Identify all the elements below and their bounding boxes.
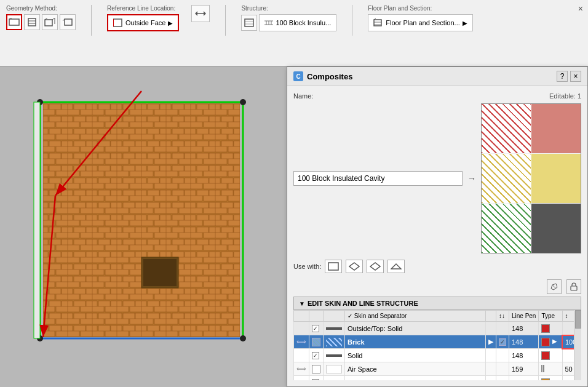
reference-line-label: Reference Line Location:: [107, 5, 179, 12]
svg-rect-17: [245, 19, 253, 26]
geometry-box-icon[interactable]: [42, 14, 58, 30]
name-cell: Solid: [345, 349, 486, 362]
use-with-slab-icon[interactable]: [367, 260, 384, 273]
color-swatch: [541, 351, 550, 360]
pen-cell: 148: [509, 349, 538, 362]
arrow-cell: [485, 376, 496, 381]
brick-pattern: [326, 338, 342, 346]
color-swatch: [541, 338, 550, 346]
col-drag: [294, 311, 309, 322]
reference-line-arrow: ▶: [168, 20, 173, 26]
checked-cell[interactable]: [496, 335, 509, 349]
edit-skin-section-header[interactable]: ▼ EDIT SKIN AND LINE STRUCTURE: [293, 297, 581, 310]
svg-marker-52: [349, 263, 359, 270]
check-cell: [309, 335, 324, 349]
drag-cell: [294, 349, 309, 362]
pen-cell: 154: [509, 376, 538, 381]
col-pattern: [324, 311, 345, 322]
col-name: ✓ Skin and Separator: [345, 311, 486, 322]
structure-label: Structure:: [241, 5, 336, 12]
svg-rect-56: [571, 286, 577, 290]
arrow-cell: [485, 362, 496, 376]
lock-icon[interactable]: [566, 279, 581, 294]
col-type: Type: [539, 311, 562, 322]
swatch-insulation: [482, 154, 531, 203]
section-header-arrow: ▼: [299, 300, 305, 307]
pen-cell: 159: [509, 362, 538, 376]
use-with-label: Use with:: [293, 263, 321, 270]
row-checkbox[interactable]: [499, 338, 506, 346]
name-cell: Air Space: [345, 362, 486, 376]
check-cell[interactable]: [309, 322, 324, 335]
geometry-column-icon[interactable]: [24, 14, 40, 30]
geometry-method-label: Geometry Method:: [6, 5, 76, 12]
editable-label: Editable: 1: [549, 92, 581, 100]
svg-line-55: [552, 285, 556, 289]
floor-plan-label: Floor Plan and Section:: [368, 5, 472, 12]
use-with-wall-icon[interactable]: [325, 260, 342, 273]
pattern-cell: [324, 376, 345, 381]
col-check: [309, 311, 324, 322]
swatch-brick: [482, 104, 531, 153]
type-cell: ▶: [539, 335, 562, 349]
section-header-text: EDIT SKIN AND LINE STRUCTURE: [308, 300, 418, 307]
geometry-wall-icon[interactable]: [6, 14, 22, 30]
toolbar: Geometry Method:: [0, 0, 588, 66]
scrollbar-thumb[interactable]: [575, 310, 581, 329]
structure-wall-icon[interactable]: [241, 15, 257, 31]
col-checked: ↕↓: [496, 311, 509, 322]
floor-plan-section: Floor Plan and Section: Floor Plan and S…: [368, 5, 472, 31]
floor-plan-value: Floor Plan and Section...: [386, 19, 459, 26]
swatch-green: [482, 204, 531, 253]
svg-rect-0: [9, 19, 19, 25]
structure-section: Structure:: [241, 5, 336, 31]
table-row: Solid 154: [294, 376, 581, 381]
arrow-cell[interactable]: ▶: [485, 335, 496, 349]
reference-line-swap-icon[interactable]: [191, 5, 210, 22]
checked-cell: [496, 362, 509, 376]
svg-rect-6: [45, 20, 52, 26]
structure-table-container: ✓ Skin and Separator ↕↓ Line Pen Type ↕: [293, 310, 581, 380]
pattern-cell: [324, 335, 345, 349]
pattern-cell: [324, 322, 345, 335]
check-cell[interactable]: [309, 376, 324, 381]
col-pen: Line Pen: [509, 311, 538, 322]
composites-dialog: C Composites ? × Name: Editable: 1 →: [287, 66, 588, 387]
empty-pattern: [326, 365, 342, 373]
name-cell: Outside/Top: Solid: [345, 322, 486, 335]
structure-value-button[interactable]: 100 Block Insulu...: [259, 14, 336, 31]
type-cell: [539, 322, 562, 335]
check-cell[interactable]: [309, 349, 324, 362]
geometry-alt-icon[interactable]: [60, 14, 76, 30]
drag-cell: [294, 376, 309, 381]
dialog-title: C Composites: [293, 71, 352, 81]
pattern-swatch-blue: [312, 338, 320, 346]
view-panel: [0, 66, 287, 387]
table-row[interactable]: ⟺ Brick ▶: [294, 335, 581, 349]
type-cell: [539, 376, 562, 381]
reference-line-value: Outside Face: [125, 19, 165, 26]
color-swatch: [541, 378, 550, 380]
svg-rect-10: [65, 19, 72, 25]
name-input[interactable]: [293, 171, 463, 186]
svg-rect-51: [328, 263, 338, 270]
use-with-column-icon[interactable]: [346, 260, 363, 273]
toolbar-close-button[interactable]: ×: [578, 4, 583, 14]
dialog-help-button[interactable]: ?: [557, 71, 568, 82]
svg-rect-46: [34, 102, 40, 338]
row-checkbox[interactable]: [312, 379, 319, 380]
row-checkbox[interactable]: [312, 352, 319, 359]
color-swatch: [541, 324, 550, 333]
svg-rect-35: [43, 103, 240, 337]
reference-line-button[interactable]: Outside Face ▶: [107, 14, 179, 31]
table-row: ⟺ Air Space 159: [294, 362, 581, 376]
use-with-beam-icon[interactable]: [387, 260, 405, 273]
svg-line-8: [52, 18, 55, 20]
swatch-dark-gray: [531, 204, 581, 253]
scrollbar[interactable]: [574, 310, 581, 380]
floor-plan-button[interactable]: Floor Plan and Section... ▶: [368, 14, 472, 31]
row-checkbox[interactable]: [312, 325, 319, 332]
svg-rect-37: [143, 259, 177, 286]
edit-pencil-icon[interactable]: [547, 279, 562, 294]
dialog-close-button[interactable]: ×: [570, 71, 581, 82]
